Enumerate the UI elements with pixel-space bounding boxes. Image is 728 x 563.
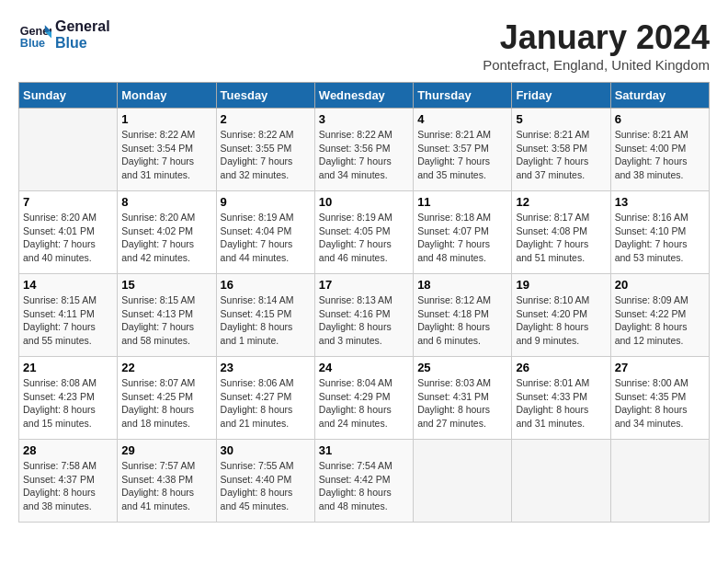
calendar-cell: 1Sunrise: 8:22 AMSunset: 3:54 PMDaylight…	[118, 109, 216, 191]
calendar-cell: 31Sunrise: 7:54 AMSunset: 4:42 PMDayligh…	[314, 440, 413, 523]
calendar-cell: 5Sunrise: 8:21 AMSunset: 3:58 PMDaylight…	[512, 109, 610, 191]
weekday-header-saturday: Saturday	[610, 83, 709, 109]
calendar-cell: 16Sunrise: 8:14 AMSunset: 4:15 PMDayligh…	[216, 274, 314, 357]
day-number: 8	[121, 195, 211, 209]
day-number: 22	[121, 361, 211, 374]
day-info: Sunrise: 8:01 AMSunset: 4:33 PMDaylight:…	[516, 376, 606, 431]
calendar-cell	[610, 440, 709, 523]
day-number: 26	[516, 361, 606, 374]
header: General Blue General Blue January 2024 P…	[18, 18, 710, 73]
day-info: Sunrise: 8:09 AMSunset: 4:22 PMDaylight:…	[615, 293, 705, 348]
day-info: Sunrise: 7:57 AMSunset: 4:38 PMDaylight:…	[121, 459, 211, 513]
logo-blue: Blue	[55, 35, 110, 52]
day-info: Sunrise: 8:22 AMSunset: 3:56 PMDaylight:…	[319, 128, 409, 182]
day-number: 7	[23, 195, 113, 209]
calendar-cell: 26Sunrise: 8:01 AMSunset: 4:33 PMDayligh…	[512, 357, 610, 440]
calendar-cell: 27Sunrise: 8:00 AMSunset: 4:35 PMDayligh…	[610, 357, 709, 440]
logo-general: General	[55, 18, 110, 35]
day-number: 31	[319, 443, 409, 457]
day-number: 16	[221, 278, 311, 292]
calendar-cell: 13Sunrise: 8:16 AMSunset: 4:10 PMDayligh…	[610, 191, 709, 274]
calendar-cell: 7Sunrise: 8:20 AMSunset: 4:01 PMDaylight…	[19, 191, 118, 274]
day-info: Sunrise: 8:04 AMSunset: 4:29 PMDaylight:…	[319, 376, 409, 431]
day-info: Sunrise: 8:18 AMSunset: 4:07 PMDaylight:…	[417, 211, 507, 265]
calendar-table: SundayMondayTuesdayWednesdayThursdayFrid…	[18, 82, 710, 523]
day-info: Sunrise: 8:15 AMSunset: 4:11 PMDaylight:…	[23, 293, 113, 348]
day-info: Sunrise: 8:20 AMSunset: 4:01 PMDaylight:…	[23, 211, 113, 265]
week-row-1: 1Sunrise: 8:22 AMSunset: 3:54 PMDaylight…	[19, 109, 710, 191]
day-number: 9	[221, 195, 311, 209]
calendar-cell: 29Sunrise: 7:57 AMSunset: 4:38 PMDayligh…	[118, 440, 216, 523]
weekday-header-friday: Friday	[512, 83, 610, 109]
calendar-cell: 24Sunrise: 8:04 AMSunset: 4:29 PMDayligh…	[314, 357, 413, 440]
calendar-cell: 17Sunrise: 8:13 AMSunset: 4:16 PMDayligh…	[314, 274, 413, 357]
calendar-cell: 18Sunrise: 8:12 AMSunset: 4:18 PMDayligh…	[414, 274, 512, 357]
calendar-cell: 9Sunrise: 8:19 AMSunset: 4:04 PMDaylight…	[216, 191, 314, 274]
calendar-cell: 4Sunrise: 8:21 AMSunset: 3:57 PMDaylight…	[414, 109, 512, 191]
calendar-cell: 22Sunrise: 8:07 AMSunset: 4:25 PMDayligh…	[118, 357, 216, 440]
day-info: Sunrise: 8:22 AMSunset: 3:54 PMDaylight:…	[121, 128, 211, 182]
day-number: 21	[23, 361, 113, 374]
day-number: 29	[121, 443, 211, 457]
calendar-cell: 30Sunrise: 7:55 AMSunset: 4:40 PMDayligh…	[216, 440, 314, 523]
day-info: Sunrise: 8:20 AMSunset: 4:02 PMDaylight:…	[121, 211, 211, 265]
day-number: 4	[417, 112, 507, 126]
weekday-header-thursday: Thursday	[414, 83, 512, 109]
day-number: 1	[121, 112, 211, 126]
calendar-cell	[512, 440, 610, 523]
day-number: 20	[615, 278, 705, 292]
day-info: Sunrise: 8:13 AMSunset: 4:16 PMDaylight:…	[319, 293, 409, 348]
week-row-5: 28Sunrise: 7:58 AMSunset: 4:37 PMDayligh…	[19, 440, 710, 523]
week-row-3: 14Sunrise: 8:15 AMSunset: 4:11 PMDayligh…	[19, 274, 710, 357]
day-info: Sunrise: 8:15 AMSunset: 4:13 PMDaylight:…	[121, 293, 211, 348]
day-info: Sunrise: 8:08 AMSunset: 4:23 PMDaylight:…	[23, 376, 113, 431]
day-info: Sunrise: 8:00 AMSunset: 4:35 PMDaylight:…	[615, 376, 705, 431]
calendar-cell: 25Sunrise: 8:03 AMSunset: 4:31 PMDayligh…	[414, 357, 512, 440]
day-number: 13	[615, 195, 705, 209]
day-info: Sunrise: 8:06 AMSunset: 4:27 PMDaylight:…	[221, 376, 311, 431]
day-number: 24	[319, 361, 409, 374]
calendar-cell: 11Sunrise: 8:18 AMSunset: 4:07 PMDayligh…	[414, 191, 512, 274]
calendar-cell	[414, 440, 512, 523]
day-info: Sunrise: 8:19 AMSunset: 4:04 PMDaylight:…	[221, 211, 311, 265]
day-number: 23	[221, 361, 311, 374]
day-info: Sunrise: 8:14 AMSunset: 4:15 PMDaylight:…	[221, 293, 311, 348]
calendar-cell: 20Sunrise: 8:09 AMSunset: 4:22 PMDayligh…	[610, 274, 709, 357]
calendar-cell: 12Sunrise: 8:17 AMSunset: 4:08 PMDayligh…	[512, 191, 610, 274]
day-number: 11	[417, 195, 507, 209]
day-number: 6	[615, 112, 705, 126]
day-number: 12	[516, 195, 606, 209]
day-number: 2	[221, 112, 311, 126]
calendar-cell: 21Sunrise: 8:08 AMSunset: 4:23 PMDayligh…	[19, 357, 118, 440]
day-number: 30	[221, 443, 311, 457]
week-row-4: 21Sunrise: 8:08 AMSunset: 4:23 PMDayligh…	[19, 357, 710, 440]
day-info: Sunrise: 8:22 AMSunset: 3:55 PMDaylight:…	[221, 128, 311, 182]
logo-icon: General Blue	[18, 18, 51, 52]
day-info: Sunrise: 8:17 AMSunset: 4:08 PMDaylight:…	[516, 211, 606, 265]
weekday-header-tuesday: Tuesday	[216, 83, 314, 109]
weekday-header-monday: Monday	[118, 83, 216, 109]
day-number: 10	[319, 195, 409, 209]
title-area: January 2024 Pontefract, England, United…	[483, 18, 710, 73]
day-number: 27	[615, 361, 705, 374]
calendar-cell	[19, 109, 118, 191]
calendar-cell: 8Sunrise: 8:20 AMSunset: 4:02 PMDaylight…	[118, 191, 216, 274]
calendar-cell: 2Sunrise: 8:22 AMSunset: 3:55 PMDaylight…	[216, 109, 314, 191]
calendar-cell: 28Sunrise: 7:58 AMSunset: 4:37 PMDayligh…	[19, 440, 118, 523]
day-info: Sunrise: 8:03 AMSunset: 4:31 PMDaylight:…	[417, 376, 507, 431]
weekday-header-row: SundayMondayTuesdayWednesdayThursdayFrid…	[19, 83, 710, 109]
calendar-cell: 10Sunrise: 8:19 AMSunset: 4:05 PMDayligh…	[314, 191, 413, 274]
day-info: Sunrise: 8:16 AMSunset: 4:10 PMDaylight:…	[615, 211, 705, 265]
calendar-cell: 3Sunrise: 8:22 AMSunset: 3:56 PMDaylight…	[314, 109, 413, 191]
day-number: 25	[417, 361, 507, 374]
day-number: 19	[516, 278, 606, 292]
day-info: Sunrise: 8:12 AMSunset: 4:18 PMDaylight:…	[417, 293, 507, 348]
svg-text:Blue: Blue	[20, 37, 45, 50]
day-info: Sunrise: 7:55 AMSunset: 4:40 PMDaylight:…	[221, 459, 311, 513]
calendar-cell: 14Sunrise: 8:15 AMSunset: 4:11 PMDayligh…	[19, 274, 118, 357]
day-number: 5	[516, 112, 606, 126]
calendar-body: 1Sunrise: 8:22 AMSunset: 3:54 PMDaylight…	[19, 109, 710, 523]
day-number: 28	[23, 443, 113, 457]
weekday-header-wednesday: Wednesday	[314, 83, 413, 109]
day-number: 15	[121, 278, 211, 292]
